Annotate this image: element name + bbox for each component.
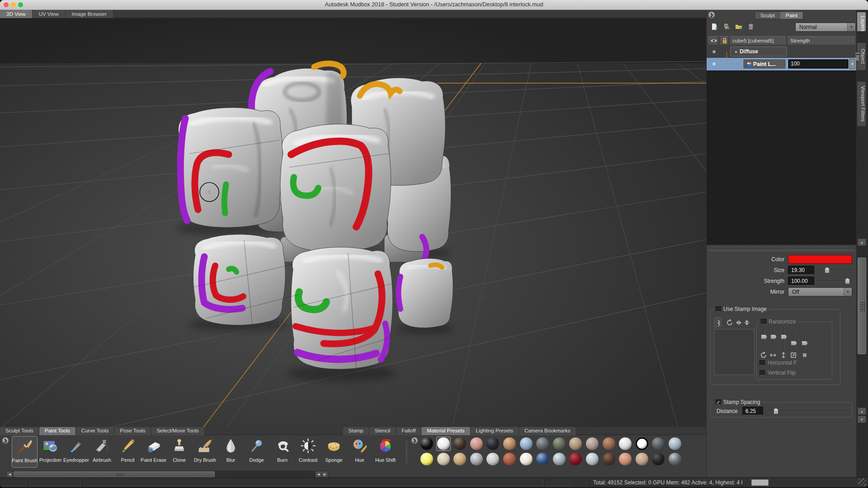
scroll-down-button[interactable]: ▼ — [858, 416, 866, 423]
tab-uv-view[interactable]: UV View — [33, 10, 66, 18]
preset-tab-falloff[interactable]: Falloff — [396, 427, 421, 435]
material-preset[interactable] — [502, 452, 517, 466]
use-stamp-checkbox[interactable] — [716, 306, 721, 312]
material-preset[interactable] — [552, 452, 566, 466]
object-header[interactable]: cube5 [cubemat5] — [729, 36, 787, 45]
layer-visibility-dot[interactable] — [712, 62, 716, 66]
material-preset[interactable] — [486, 452, 500, 466]
blend-mode-dropdown[interactable]: Normal ▼ — [795, 23, 856, 32]
material-preset[interactable] — [635, 436, 649, 451]
strength-field[interactable]: 100.00 — [788, 277, 814, 286]
use-stamp-legend[interactable]: Use Stamp Image — [714, 306, 769, 312]
tool-burn[interactable]: Burn — [269, 436, 295, 468]
material-preset[interactable] — [469, 436, 484, 451]
close-button[interactable] — [4, 2, 9, 7]
window-resize-grip[interactable] — [858, 478, 866, 486]
flip-vertical-icon[interactable] — [743, 319, 751, 327]
new-group-icon[interactable] — [735, 23, 743, 31]
tool-eyedropper[interactable]: Eyedropper — [63, 436, 89, 468]
preset-tab-lighting-presets[interactable]: Lighting Presets — [471, 427, 519, 435]
material-preset[interactable] — [420, 452, 434, 466]
title-bar[interactable]: Autodesk Mudbox 2018 - Student Version -… — [0, 0, 868, 10]
material-preset[interactable] — [502, 436, 517, 451]
new-layer-icon[interactable] — [710, 23, 718, 31]
strength-slider[interactable] — [818, 278, 851, 284]
tool-dry-brush[interactable]: Dry Brush — [192, 436, 218, 468]
stamp-spacing-legend[interactable]: ✓ Stamp Spacing — [714, 399, 762, 405]
material-preset[interactable] — [618, 452, 632, 466]
layer-strength-field[interactable]: 100 — [788, 59, 849, 69]
h-scrollbar-thumb[interactable] — [14, 471, 215, 477]
tool-tab-paint-tools[interactable]: Paint Tools — [39, 427, 76, 435]
material-preset[interactable] — [535, 452, 550, 466]
randomize-slider-4[interactable] — [791, 326, 797, 350]
preset-tab-camera-bookmarks[interactable]: Camera Bookmarks — [519, 427, 576, 435]
distance-slider[interactable] — [768, 408, 847, 414]
material-preset[interactable] — [552, 436, 566, 451]
material-preset[interactable] — [651, 436, 665, 451]
tab-image-browser[interactable]: Image Browser — [66, 10, 113, 18]
material-preset[interactable] — [519, 452, 533, 466]
distance-field[interactable]: 6.25 — [742, 407, 763, 415]
tool-dodge[interactable]: Dodge — [244, 436, 269, 468]
stamp-spacing-checkbox[interactable]: ✓ — [716, 399, 721, 405]
flip-horizontal-icon[interactable] — [735, 319, 743, 327]
mirror-dropdown[interactable]: Off ▼ — [788, 287, 852, 296]
v-scrollbar-thumb[interactable] — [858, 258, 866, 354]
rotate-icon[interactable] — [726, 319, 734, 327]
mode-tab-sculpt[interactable]: Sculpt — [755, 12, 780, 19]
material-preset[interactable] — [602, 436, 616, 451]
horizontal-flip-checkbox[interactable] — [760, 360, 765, 366]
randomize-vertical-icon[interactable] — [779, 351, 788, 359]
h-scrollbar[interactable]: ◀ ◀ ▶ — [6, 471, 328, 477]
material-preset[interactable] — [453, 452, 467, 466]
material-preset[interactable] — [486, 436, 500, 451]
tray-divider[interactable] — [409, 435, 410, 470]
material-preset[interactable] — [436, 436, 451, 451]
material-preset[interactable] — [568, 436, 583, 451]
material-preset[interactable] — [585, 436, 599, 451]
layer-group-row[interactable]: ▼Diffuse — [707, 46, 857, 57]
randomize-legend[interactable]: Randomize — [759, 319, 798, 325]
tab-3d-view[interactable]: 3D View — [0, 10, 33, 18]
tool-paint-erase[interactable]: Paint Erase — [141, 436, 166, 468]
new-mask-icon[interactable] — [722, 23, 731, 31]
vertical-flip-checkbox[interactable] — [760, 370, 765, 375]
color-swatch[interactable] — [788, 255, 852, 264]
scroll-right-button[interactable]: ▶ — [322, 471, 328, 477]
randomize-scale-icon[interactable] — [789, 351, 797, 359]
mode-tab-paint[interactable]: Paint — [780, 12, 803, 19]
diffuse-group-box[interactable]: ▼Diffuse — [730, 47, 787, 56]
side-tab-viewport-filters[interactable]: Viewport Filters — [857, 81, 866, 127]
material-preset[interactable] — [453, 436, 467, 451]
size-slider[interactable] — [818, 267, 851, 273]
material-preset[interactable] — [568, 452, 583, 466]
tool-pencil[interactable]: Pencil — [115, 436, 141, 468]
paint-layer-row[interactable]: Paint L... 100 + — [707, 58, 857, 70]
tool-paint-brush[interactable]: Paint Brush — [12, 436, 38, 468]
tool-clone[interactable]: Clone — [166, 436, 192, 468]
randomize-slider-2[interactable] — [770, 326, 777, 350]
material-preset[interactable] — [668, 452, 682, 466]
material-preset[interactable] — [535, 436, 550, 451]
chevron-down-icon[interactable]: ▼ — [734, 50, 738, 54]
randomize-slider-5[interactable] — [802, 326, 808, 350]
material-preset[interactable] — [420, 436, 434, 451]
preset-tray-expand-button[interactable]: ❯ — [411, 437, 418, 444]
delete-icon[interactable] — [747, 23, 755, 31]
scroll-up-button-2[interactable]: ▲ — [858, 408, 866, 415]
randomize-checkbox[interactable] — [761, 319, 766, 324]
preset-tab-material-presets[interactable]: Material Presets — [421, 427, 470, 435]
scroll-left-button[interactable]: ◀ — [7, 471, 13, 477]
material-preset[interactable] — [436, 452, 451, 466]
tool-projection[interactable]: Projection — [38, 436, 63, 468]
size-field[interactable]: 19.30 — [788, 266, 814, 275]
side-tab-object-list[interactable]: Object List — [857, 42, 866, 70]
tool-tab-pose-tools[interactable]: Pose Tools — [114, 427, 151, 435]
material-preset[interactable] — [635, 452, 649, 466]
panel-expand-button[interactable]: ❯ — [708, 12, 715, 18]
tray-expand-button[interactable]: ❯ — [2, 437, 9, 444]
material-preset[interactable] — [602, 452, 616, 466]
material-preset[interactable] — [585, 452, 599, 466]
stamp-curl-button[interactable] — [714, 317, 722, 327]
